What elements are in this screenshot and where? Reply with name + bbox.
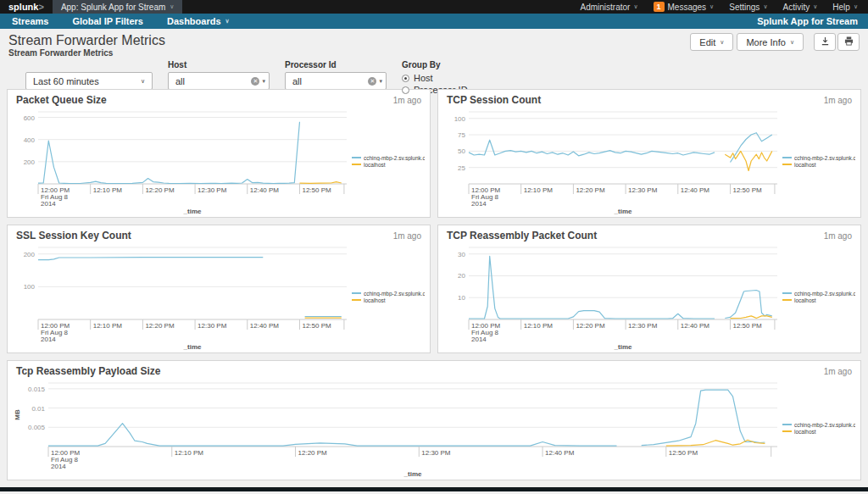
svg-text:12:30 PM: 12:30 PM — [628, 186, 658, 194]
app-menu[interactable]: App: Splunk App for Stream ∨ — [53, 0, 183, 14]
chart-packet-queue-size[interactable]: 20040060012:00 PMFri Aug 8201412:10 PM12… — [11, 107, 352, 215]
chart-ssl-session-key-count[interactable]: 10020012:00 PMFri Aug 8201412:10 PM12:20… — [11, 242, 352, 351]
svg-text:12:30 PM: 12:30 PM — [628, 322, 658, 330]
svg-text:12:20 PM: 12:20 PM — [576, 322, 605, 330]
nav-item-dashboards[interactable]: Dashboards∨ — [155, 16, 242, 26]
svg-text:12:10 PM: 12:10 PM — [93, 186, 123, 194]
svg-text:12:40 PM: 12:40 PM — [681, 186, 710, 194]
refresh-age-label: 1m ago — [824, 96, 852, 105]
legend-item[interactable]: localhost — [782, 297, 855, 303]
svg-text:12:50 PM: 12:50 PM — [732, 186, 762, 194]
legend-swatch-icon — [782, 424, 792, 425]
svg-text:12:20 PM: 12:20 PM — [145, 186, 175, 194]
legend-item[interactable]: localhost — [352, 162, 425, 168]
svg-text:12:10 PM: 12:10 PM — [93, 322, 123, 330]
svg-text:_time: _time — [183, 208, 202, 215]
chart-legend: cching-mbp-2.sv.splunk.com localhost — [782, 107, 857, 215]
svg-text:_time: _time — [403, 470, 422, 478]
legend-swatch-icon — [352, 299, 361, 301]
legend-item[interactable]: localhost — [782, 162, 855, 168]
chart-tcp-session-count[interactable]: 25507510012:00 PMFri Aug 8201412:10 PM12… — [442, 107, 782, 215]
legend-item[interactable]: cching-mbp-2.sv.splunk.com — [782, 291, 855, 297]
panel-title: Packet Queue Size — [16, 94, 107, 106]
svg-text:2014: 2014 — [471, 200, 487, 208]
group-by-host-radio[interactable]: Host — [402, 73, 468, 83]
nav-item-streams[interactable]: Streams — [0, 16, 60, 26]
legend-swatch-icon — [352, 164, 361, 165]
legend-item[interactable]: cching-mbp-2.sv.splunk.com — [352, 291, 425, 297]
chart-tcp-reassembly-payload-size[interactable]: 0.0050.010.01512:00 PMFri Aug 8201412:10… — [11, 378, 782, 478]
svg-text:400: 400 — [24, 136, 36, 144]
legend-swatch-icon — [782, 157, 792, 158]
chevron-down-icon[interactable]: ▾ — [262, 78, 265, 85]
radio-icon — [402, 75, 409, 82]
edit-button[interactable]: Edit∨ — [690, 33, 733, 51]
more-info-button[interactable]: More Info∨ — [737, 33, 804, 51]
svg-text:2014: 2014 — [51, 463, 66, 470]
app-nav-bar: Streams Global IP Filters Dashboards∨ Sp… — [0, 14, 868, 29]
svg-text:12:20 PM: 12:20 PM — [145, 322, 175, 330]
svg-text:20: 20 — [458, 272, 465, 280]
svg-text:_time: _time — [614, 208, 632, 215]
splunk-logo[interactable]: splunk> — [0, 2, 53, 12]
host-input[interactable] — [175, 76, 251, 86]
legend-item[interactable]: cching-mbp-2.sv.splunk.com — [782, 422, 855, 428]
clear-icon[interactable]: ✕ — [251, 77, 259, 86]
clear-icon[interactable]: ✕ — [368, 77, 376, 86]
settings-menu[interactable]: Settings∨ — [729, 3, 767, 12]
svg-text:12:40 PM: 12:40 PM — [250, 186, 280, 194]
group-by-label: Group By — [402, 60, 468, 70]
svg-text:2014: 2014 — [41, 200, 56, 208]
chart-tcp-reassembly-packet-count[interactable]: 10203012:00 PMFri Aug 8201412:10 PM12:20… — [442, 242, 782, 351]
download-icon — [821, 36, 830, 47]
print-button[interactable] — [837, 33, 860, 51]
legend-swatch-icon — [782, 164, 792, 165]
top-bar: splunk> App: Splunk App for Stream ∨ Adm… — [0, 0, 868, 14]
legend-item[interactable]: cching-mbp-2.sv.splunk.com — [352, 155, 425, 161]
chevron-down-icon: ∨ — [709, 3, 714, 10]
printer-icon — [844, 36, 854, 47]
chevron-down-icon: ∨ — [790, 39, 794, 46]
panel-title: Tcp Reassembly Payload Size — [16, 365, 161, 377]
chevron-down-icon: ∨ — [170, 3, 174, 10]
chevron-down-icon: ∨ — [225, 18, 230, 25]
time-range-picker[interactable]: Last 60 minutes∨ — [25, 72, 153, 90]
app-name-label: Splunk App for Stream — [757, 16, 868, 26]
activity-menu[interactable]: Activity∨ — [783, 3, 818, 12]
refresh-age-label: 1m ago — [824, 367, 852, 376]
legend-item[interactable]: localhost — [352, 297, 425, 303]
legend-item[interactable]: cching-mbp-2.sv.splunk.com — [782, 155, 855, 161]
radio-icon — [402, 86, 409, 94]
chevron-down-icon: ∨ — [813, 3, 817, 10]
refresh-age-label: 1m ago — [824, 231, 852, 241]
app-menu-label: App: Splunk App for Stream — [61, 3, 165, 12]
host-field-label: Host — [168, 60, 270, 70]
svg-text:600: 600 — [24, 114, 36, 122]
svg-text:12:30 PM: 12:30 PM — [198, 322, 227, 330]
svg-text:200: 200 — [24, 251, 36, 258]
chevron-down-icon[interactable]: ▾ — [379, 78, 382, 85]
panel-ssl-session-key-count: SSL Session Key Count 1m ago 10020012:00… — [7, 225, 431, 353]
help-menu[interactable]: Help∨ — [832, 3, 858, 12]
svg-text:12:20 PM: 12:20 PM — [298, 449, 328, 457]
user-menu[interactable]: Administrator∨ — [580, 3, 637, 12]
chevron-down-icon: ∨ — [141, 78, 145, 85]
svg-text:2014: 2014 — [471, 336, 487, 343]
svg-text:30: 30 — [458, 251, 465, 258]
processor-id-input[interactable] — [292, 76, 368, 86]
export-button[interactable] — [814, 33, 836, 51]
svg-text:10: 10 — [458, 294, 465, 302]
legend-swatch-icon — [352, 292, 361, 294]
refresh-age-label: 1m ago — [393, 231, 421, 241]
nav-item-global-ip-filters[interactable]: Global IP Filters — [60, 16, 155, 26]
messages-menu[interactable]: 1Messages∨ — [654, 2, 715, 12]
page-title: Stream Forwarder Metrics — [8, 33, 165, 48]
panel-tcp-session-count: TCP Session Count 1m ago 25507510012:00 … — [437, 89, 861, 218]
processor-input-wrap: ✕ ▾ — [285, 72, 387, 90]
svg-text:12:40 PM: 12:40 PM — [545, 449, 575, 457]
chart-legend: cching-mbp-2.sv.splunk.com localhost — [782, 378, 857, 478]
chevron-down-icon: ∨ — [720, 39, 724, 46]
svg-text:MB: MB — [14, 409, 21, 420]
legend-item[interactable]: localhost — [782, 429, 855, 435]
processor-field-label: Processor Id — [285, 60, 387, 70]
